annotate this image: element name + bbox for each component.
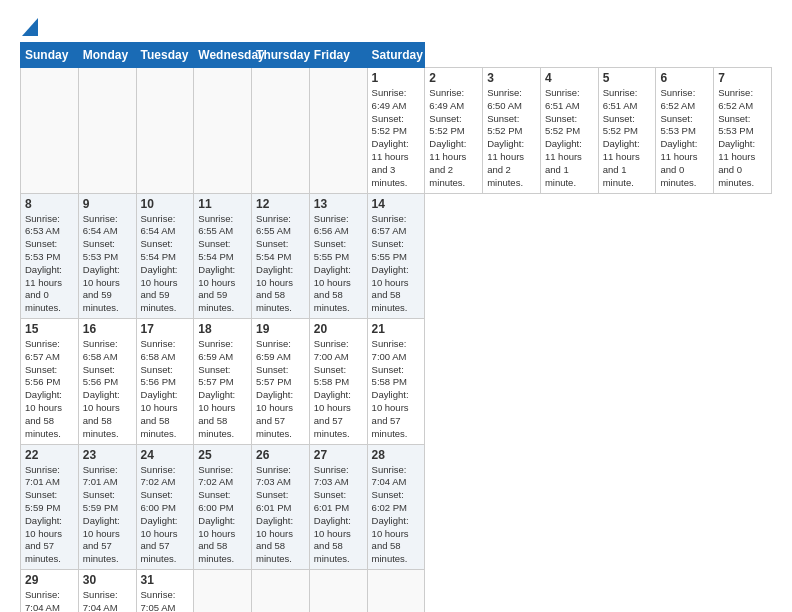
day-number: 1 <box>372 71 421 85</box>
sunset-text: Sunset: 5:52 PM <box>372 113 407 137</box>
daylight-minutes: and 58 minutes. <box>198 415 234 439</box>
day-info: Sunrise: 6:59 AM Sunset: 5:57 PM Dayligh… <box>256 338 305 441</box>
daylight-text: Daylight: 10 hours <box>25 389 62 413</box>
day-number: 2 <box>429 71 478 85</box>
day-number: 29 <box>25 573 74 587</box>
daylight-minutes: and 59 minutes. <box>198 289 234 313</box>
day-number: 27 <box>314 448 363 462</box>
daylight-text: Daylight: 10 hours <box>198 389 235 413</box>
day-number: 8 <box>25 197 74 211</box>
day-number: 22 <box>25 448 74 462</box>
sunrise-text: Sunrise: 7:03 AM <box>256 464 291 488</box>
sunset-text: Sunset: 5:52 PM <box>487 113 522 137</box>
daylight-minutes: and 57 minutes. <box>256 415 292 439</box>
daylight-text: Daylight: 10 hours <box>198 515 235 539</box>
calendar-table: SundayMondayTuesdayWednesdayThursdayFrid… <box>20 42 772 612</box>
day-info: Sunrise: 6:54 AM Sunset: 5:53 PM Dayligh… <box>83 213 132 316</box>
calendar-cell: 3 Sunrise: 6:50 AM Sunset: 5:52 PM Dayli… <box>483 68 541 194</box>
daylight-minutes: and 58 minutes. <box>372 289 408 313</box>
day-number: 26 <box>256 448 305 462</box>
day-info: Sunrise: 7:00 AM Sunset: 5:58 PM Dayligh… <box>314 338 363 441</box>
daylight-minutes: and 58 minutes. <box>198 540 234 564</box>
day-number: 17 <box>141 322 190 336</box>
sunset-text: Sunset: 5:58 PM <box>372 364 407 388</box>
sunrise-text: Sunrise: 6:49 AM <box>372 87 407 111</box>
sunrise-text: Sunrise: 7:02 AM <box>198 464 233 488</box>
daylight-text: Daylight: 11 hours <box>372 138 409 162</box>
day-number: 24 <box>141 448 190 462</box>
daylight-minutes: and 0 minutes. <box>660 164 696 188</box>
day-info: Sunrise: 6:51 AM Sunset: 5:52 PM Dayligh… <box>603 87 652 190</box>
calendar-cell: 30 Sunrise: 7:04 AM Sunset: 6:03 PM Dayl… <box>78 570 136 613</box>
daylight-text: Daylight: 10 hours <box>314 515 351 539</box>
day-info: Sunrise: 7:01 AM Sunset: 5:59 PM Dayligh… <box>83 464 132 567</box>
calendar-week-row: 15 Sunrise: 6:57 AM Sunset: 5:56 PM Dayl… <box>21 319 772 445</box>
calendar-cell: 25 Sunrise: 7:02 AM Sunset: 6:00 PM Dayl… <box>194 444 252 570</box>
daylight-text: Daylight: 10 hours <box>25 515 62 539</box>
daylight-minutes: and 57 minutes. <box>83 540 119 564</box>
day-number: 11 <box>198 197 247 211</box>
sunrise-text: Sunrise: 7:05 AM <box>141 589 176 612</box>
sunrise-text: Sunrise: 7:04 AM <box>83 589 118 612</box>
day-info: Sunrise: 7:01 AM Sunset: 5:59 PM Dayligh… <box>25 464 74 567</box>
calendar-cell <box>309 570 367 613</box>
sunrise-text: Sunrise: 6:52 AM <box>718 87 753 111</box>
sunset-text: Sunset: 5:56 PM <box>83 364 118 388</box>
daylight-minutes: and 58 minutes. <box>83 415 119 439</box>
sunset-text: Sunset: 5:54 PM <box>256 238 291 262</box>
day-number: 25 <box>198 448 247 462</box>
daylight-minutes: and 59 minutes. <box>141 289 177 313</box>
calendar-header-row: SundayMondayTuesdayWednesdayThursdayFrid… <box>21 43 772 68</box>
calendar-cell: 23 Sunrise: 7:01 AM Sunset: 5:59 PM Dayl… <box>78 444 136 570</box>
calendar-cell: 8 Sunrise: 6:53 AM Sunset: 5:53 PM Dayli… <box>21 193 79 319</box>
day-header-tuesday: Tuesday <box>136 43 194 68</box>
day-info: Sunrise: 7:04 AM Sunset: 6:03 PM Dayligh… <box>83 589 132 612</box>
sunrise-text: Sunrise: 7:01 AM <box>25 464 60 488</box>
day-info: Sunrise: 6:56 AM Sunset: 5:55 PM Dayligh… <box>314 213 363 316</box>
sunrise-text: Sunrise: 7:04 AM <box>25 589 60 612</box>
day-info: Sunrise: 7:03 AM Sunset: 6:01 PM Dayligh… <box>256 464 305 567</box>
daylight-minutes: and 58 minutes. <box>314 540 350 564</box>
sunset-text: Sunset: 5:53 PM <box>660 113 695 137</box>
daylight-minutes: and 58 minutes. <box>256 289 292 313</box>
calendar-cell <box>309 68 367 194</box>
calendar-cell: 6 Sunrise: 6:52 AM Sunset: 5:53 PM Dayli… <box>656 68 714 194</box>
day-number: 30 <box>83 573 132 587</box>
sunrise-text: Sunrise: 6:50 AM <box>487 87 522 111</box>
day-number: 6 <box>660 71 709 85</box>
daylight-text: Daylight: 11 hours <box>603 138 640 162</box>
day-info: Sunrise: 6:55 AM Sunset: 5:54 PM Dayligh… <box>198 213 247 316</box>
daylight-minutes: and 3 minutes. <box>372 164 408 188</box>
calendar-week-row: 29 Sunrise: 7:04 AM Sunset: 6:03 PM Dayl… <box>21 570 772 613</box>
calendar-week-row: 22 Sunrise: 7:01 AM Sunset: 5:59 PM Dayl… <box>21 444 772 570</box>
calendar-week-row: 8 Sunrise: 6:53 AM Sunset: 5:53 PM Dayli… <box>21 193 772 319</box>
calendar-cell <box>367 570 425 613</box>
calendar-cell: 15 Sunrise: 6:57 AM Sunset: 5:56 PM Dayl… <box>21 319 79 445</box>
sunrise-text: Sunrise: 6:58 AM <box>83 338 118 362</box>
calendar-cell: 11 Sunrise: 6:55 AM Sunset: 5:54 PM Dayl… <box>194 193 252 319</box>
day-info: Sunrise: 7:02 AM Sunset: 6:00 PM Dayligh… <box>198 464 247 567</box>
calendar-cell: 14 Sunrise: 6:57 AM Sunset: 5:55 PM Dayl… <box>367 193 425 319</box>
calendar-cell: 29 Sunrise: 7:04 AM Sunset: 6:03 PM Dayl… <box>21 570 79 613</box>
sunset-text: Sunset: 6:00 PM <box>198 489 233 513</box>
daylight-text: Daylight: 10 hours <box>256 264 293 288</box>
daylight-minutes: and 2 minutes. <box>429 164 465 188</box>
day-number: 19 <box>256 322 305 336</box>
day-info: Sunrise: 6:49 AM Sunset: 5:52 PM Dayligh… <box>372 87 421 190</box>
page: SundayMondayTuesdayWednesdayThursdayFrid… <box>0 0 792 612</box>
sunset-text: Sunset: 5:56 PM <box>25 364 60 388</box>
day-number: 31 <box>141 573 190 587</box>
daylight-minutes: and 57 minutes. <box>25 540 61 564</box>
day-info: Sunrise: 6:58 AM Sunset: 5:56 PM Dayligh… <box>141 338 190 441</box>
calendar-cell: 17 Sunrise: 6:58 AM Sunset: 5:56 PM Dayl… <box>136 319 194 445</box>
sunrise-text: Sunrise: 6:55 AM <box>198 213 233 237</box>
daylight-text: Daylight: 10 hours <box>314 389 351 413</box>
daylight-text: Daylight: 10 hours <box>141 515 178 539</box>
calendar-cell: 12 Sunrise: 6:55 AM Sunset: 5:54 PM Dayl… <box>252 193 310 319</box>
daylight-minutes: and 58 minutes. <box>25 415 61 439</box>
sunrise-text: Sunrise: 6:54 AM <box>141 213 176 237</box>
daylight-text: Daylight: 11 hours <box>429 138 466 162</box>
daylight-text: Daylight: 10 hours <box>83 389 120 413</box>
calendar-cell: 31 Sunrise: 7:05 AM Sunset: 6:04 PM Dayl… <box>136 570 194 613</box>
daylight-minutes: and 0 minutes. <box>25 289 61 313</box>
